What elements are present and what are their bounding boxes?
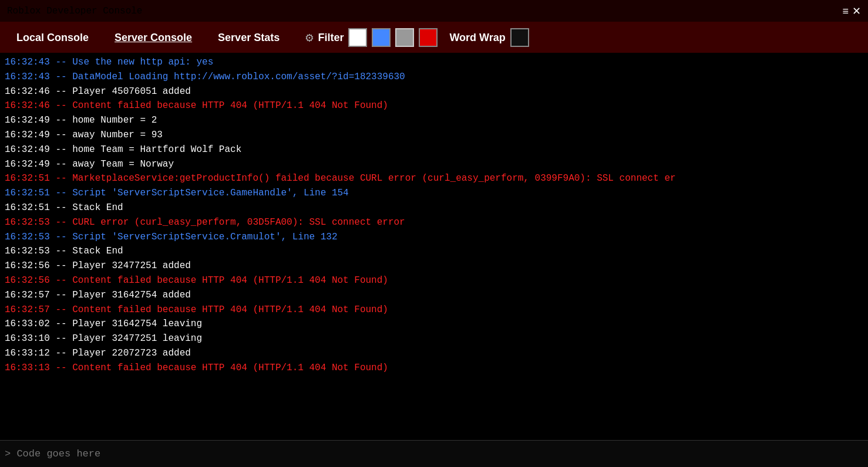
log-line: 16:32:53 -- Stack End bbox=[5, 244, 863, 259]
menu-button[interactable]: ≡ bbox=[842, 6, 849, 16]
log-line: 16:32:57 -- Player 31642754 added bbox=[5, 288, 863, 303]
log-line: 16:33:12 -- Player 22072723 added bbox=[5, 346, 863, 361]
log-line: 16:33:02 -- Player 31642754 leaving bbox=[5, 317, 863, 331]
log-line: 16:32:53 -- Script 'ServerScriptService.… bbox=[5, 230, 863, 245]
log-line: 16:32:49 -- away Team = Norway bbox=[5, 157, 863, 172]
tab-bar: Local Console Server Console Server Stat… bbox=[0, 22, 868, 53]
wordwrap-checkbox[interactable] bbox=[510, 28, 529, 47]
wordwrap-label: Word Wrap bbox=[449, 32, 505, 44]
title-bar: Roblox Developer Console ≡ ✕ bbox=[0, 0, 868, 22]
log-line: 16:32:53 -- CURL error (curl_easy_perfor… bbox=[5, 215, 863, 230]
input-bar bbox=[0, 440, 868, 467]
console-output[interactable]: 16:32:43 -- Use the new http api: yes16:… bbox=[0, 53, 868, 440]
code-input[interactable] bbox=[5, 448, 863, 459]
filter-white-button[interactable] bbox=[348, 28, 367, 47]
title-controls: ≡ ✕ bbox=[842, 6, 861, 16]
log-line: 16:32:46 -- Content failed because HTTP … bbox=[5, 99, 863, 113]
log-line: 16:32:49 -- away Number = 93 bbox=[5, 128, 863, 143]
console-wrapper: 16:32:43 -- Use the new http api: yes16:… bbox=[0, 53, 868, 440]
tab-local-console[interactable]: Local Console bbox=[5, 28, 100, 48]
log-line: 16:32:46 -- Player 45076051 added bbox=[5, 84, 863, 99]
close-button[interactable]: ✕ bbox=[852, 6, 861, 16]
log-line: 16:32:56 -- Player 32477251 added bbox=[5, 259, 863, 273]
app-title: Roblox Developer Console bbox=[7, 6, 142, 16]
tab-server-console[interactable]: Server Console bbox=[103, 28, 204, 48]
filter-red-button[interactable] bbox=[419, 28, 438, 47]
wordwrap-section: Word Wrap bbox=[449, 28, 529, 47]
filter-blue-button[interactable] bbox=[372, 28, 391, 47]
tab-server-stats[interactable]: Server Stats bbox=[206, 28, 291, 48]
log-line: 16:33:10 -- Player 32477251 leaving bbox=[5, 331, 863, 346]
log-line: 16:32:51 -- MarketplaceService:getProduc… bbox=[5, 171, 863, 186]
filter-label: Filter bbox=[318, 32, 344, 44]
log-line: 16:32:49 -- home Number = 2 bbox=[5, 113, 863, 128]
filter-gray-button[interactable] bbox=[395, 28, 414, 47]
log-line: 16:32:56 -- Content failed because HTTP … bbox=[5, 273, 863, 288]
log-line: 16:32:43 -- Use the new http api: yes bbox=[5, 55, 863, 70]
filter-section: ⚙ Filter bbox=[305, 28, 438, 47]
log-line: 16:33:13 -- Content failed because HTTP … bbox=[5, 361, 863, 375]
log-line: 16:32:49 -- home Team = Hartford Wolf Pa… bbox=[5, 143, 863, 157]
log-line: 16:32:51 -- Stack End bbox=[5, 201, 863, 215]
gear-icon: ⚙ bbox=[305, 30, 313, 46]
log-line: 16:32:57 -- Content failed because HTTP … bbox=[5, 303, 863, 317]
log-line: 16:32:51 -- Script 'ServerScriptService.… bbox=[5, 186, 863, 201]
log-line: 16:32:43 -- DataModel Loading http://www… bbox=[5, 70, 863, 84]
